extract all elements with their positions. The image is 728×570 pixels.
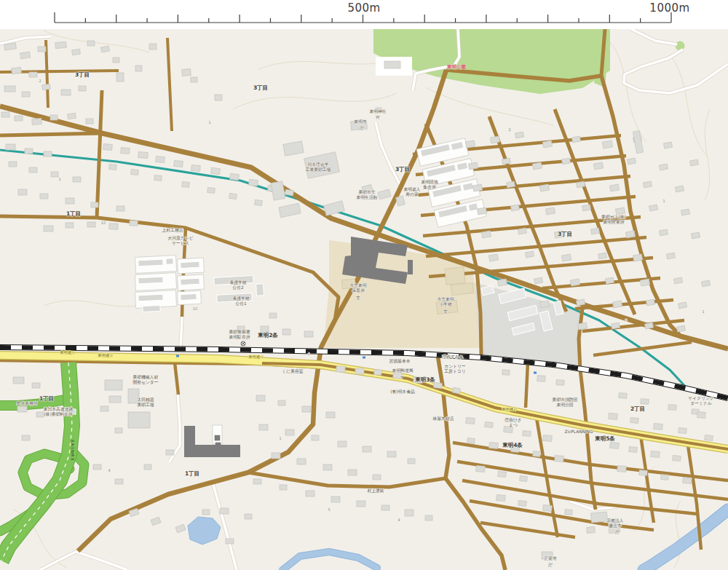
map-label: 正覚寺	[544, 556, 557, 561]
building	[25, 149, 33, 154]
map-label: 卍	[615, 529, 620, 534]
building	[609, 184, 619, 191]
building	[181, 261, 199, 268]
map-label: 4	[108, 468, 110, 472]
map-label: 東明3条	[414, 376, 435, 383]
building	[174, 160, 183, 167]
building	[280, 485, 287, 490]
building	[181, 278, 199, 285]
building	[226, 539, 234, 544]
building	[466, 417, 475, 424]
building	[506, 181, 515, 188]
building	[611, 322, 620, 329]
road	[0, 133, 102, 135]
map-label: 東明駐在所	[229, 334, 250, 339]
building	[4, 43, 17, 50]
building	[297, 459, 306, 464]
map-label: 東明通り	[60, 350, 76, 355]
building	[211, 167, 221, 175]
building	[615, 207, 625, 215]
building	[15, 116, 23, 121]
building	[576, 181, 585, 188]
building	[543, 435, 553, 441]
building	[405, 510, 414, 516]
map-label: 1	[58, 177, 60, 181]
building	[285, 430, 294, 435]
map-canvas[interactable]: 3丁目3丁目3丁目3丁目1丁目1丁目1丁目2丁目東明2条東明3条東明4条東明5条…	[0, 29, 728, 570]
building	[138, 151, 149, 158]
building	[215, 435, 220, 440]
map-label: 日本理化学	[308, 162, 329, 167]
bus-stop-dot	[363, 357, 365, 359]
building	[502, 158, 510, 165]
scale-label-500m: 500m	[331, 1, 397, 15]
map-label: 寿の家	[405, 192, 419, 197]
map-label: サイクリング	[688, 396, 714, 400]
building	[673, 277, 682, 284]
map-label: 2	[39, 79, 41, 83]
building	[610, 442, 620, 448]
building	[22, 92, 30, 97]
building	[143, 305, 160, 312]
building	[4, 86, 15, 92]
building	[326, 412, 335, 418]
building	[477, 207, 486, 215]
building	[259, 424, 268, 430]
building	[425, 515, 432, 520]
map-label: 2	[508, 127, 510, 132]
building	[697, 412, 706, 419]
scale-label-1000m: 1000m	[637, 1, 703, 15]
map-label: 林屋木材店	[432, 416, 454, 421]
building	[640, 279, 649, 286]
building	[66, 223, 74, 228]
building	[113, 58, 119, 63]
building	[278, 400, 285, 405]
building	[556, 380, 564, 386]
building	[408, 459, 415, 464]
building	[249, 179, 258, 186]
building	[32, 383, 40, 388]
map-label: 東明公園	[446, 64, 467, 70]
building	[481, 231, 491, 238]
building	[100, 46, 109, 52]
building	[18, 189, 27, 195]
building	[488, 254, 498, 261]
map-label: 東明老人	[403, 186, 420, 191]
building	[630, 418, 639, 424]
map-label: ターミナル	[690, 401, 712, 405]
building	[625, 231, 635, 238]
map-viewport[interactable]: 3丁目3丁目3丁目3丁目1丁目1丁目1丁目2丁目東明2条東明3条東明4条東明5条…	[0, 29, 728, 570]
map-label: 4	[307, 352, 309, 356]
map-label: 美唄機械人材	[133, 374, 159, 380]
map-label: (株)美唄料金所	[44, 411, 73, 416]
building	[29, 167, 37, 173]
map-label: 慶念寺	[609, 523, 622, 529]
map-label: 保育所	[352, 288, 365, 293]
building	[649, 205, 657, 211]
building	[659, 164, 668, 170]
building	[534, 277, 542, 284]
map-label: 東明神社	[369, 108, 386, 114]
building	[561, 158, 570, 165]
building	[571, 136, 580, 143]
building	[181, 293, 197, 300]
building	[6, 144, 15, 150]
building	[577, 322, 587, 330]
building	[381, 505, 389, 510]
building	[87, 41, 95, 46]
building	[149, 44, 157, 50]
building	[304, 331, 313, 337]
map-label: 美唄ガス(株)	[601, 214, 626, 219]
building	[617, 465, 627, 472]
building	[561, 254, 571, 261]
map-label: 市立東明	[349, 282, 366, 288]
building	[639, 470, 648, 476]
building	[306, 491, 314, 496]
building	[40, 194, 48, 199]
building	[683, 477, 692, 483]
building	[373, 475, 381, 480]
building	[50, 115, 58, 120]
road	[526, 363, 528, 408]
building	[605, 277, 614, 284]
building	[213, 425, 222, 444]
